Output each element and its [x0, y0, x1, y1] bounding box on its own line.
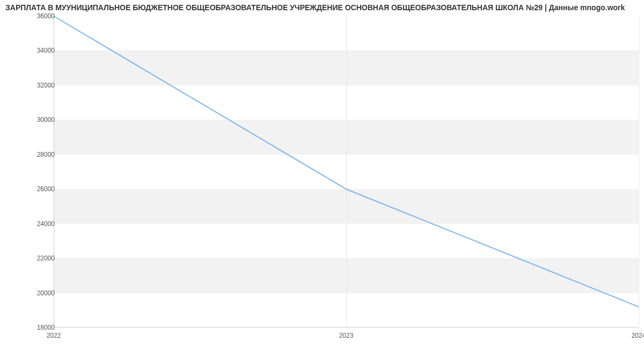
- y-tick-label: 20000: [6, 289, 55, 297]
- y-tick-label: 32000: [6, 82, 55, 89]
- x-tick-label: 2023: [339, 332, 354, 339]
- y-tick-label: 28000: [6, 151, 55, 158]
- y-tick-label: 26000: [6, 185, 55, 193]
- x-grid-line: [639, 16, 639, 328]
- line-layer: [54, 16, 639, 328]
- y-tick-label: 36000: [6, 12, 55, 20]
- x-tick-label: 2024: [632, 332, 644, 339]
- plot-area: [54, 16, 639, 328]
- chart-title: ЗАРПЛАТА В МУУНИЦИПАЛЬНОЕ БЮДЖЕТНОЕ ОБЩЕ…: [0, 3, 644, 12]
- series-line: [54, 16, 639, 307]
- y-tick-label: 34000: [6, 47, 55, 54]
- chart-container: ЗАРПЛАТА В МУУНИЦИПАЛЬНОЕ БЮДЖЕТНОЕ ОБЩЕ…: [0, 0, 644, 349]
- y-tick-label: 30000: [6, 116, 55, 123]
- y-tick-label: 22000: [6, 255, 55, 262]
- y-tick-label: 18000: [6, 324, 55, 331]
- x-tick-label: 2022: [47, 332, 61, 339]
- y-tick-label: 24000: [6, 220, 55, 228]
